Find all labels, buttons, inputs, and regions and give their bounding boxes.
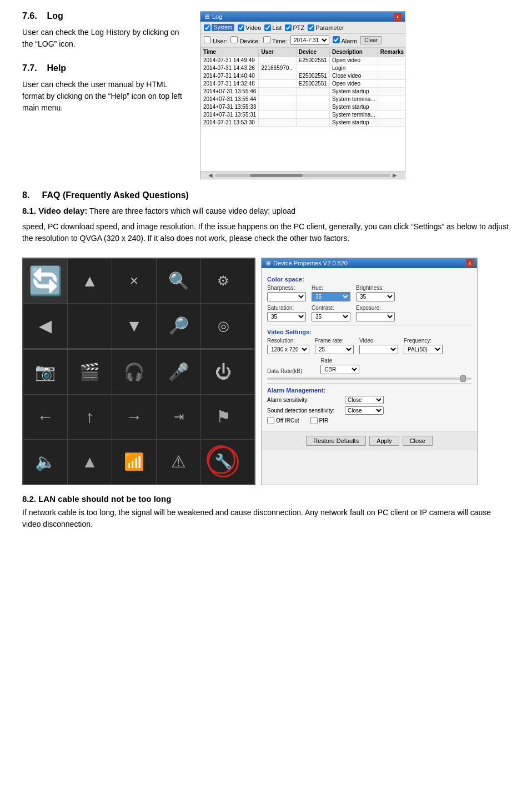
icon-search-plus[interactable]: 🔍 <box>157 259 201 303</box>
section-77-title: 7.7. Help <box>22 63 189 73</box>
framerate-select[interactable]: 25 <box>315 345 354 354</box>
icon-down-arrow[interactable]: ▼ <box>112 304 157 348</box>
restore-defaults-button[interactable]: Restore Defaults <box>306 436 366 446</box>
icon-up-arrow[interactable]: ▲ <box>68 259 112 303</box>
log-cb-ptz[interactable]: PTZ <box>285 24 304 31</box>
log-cb-system-input[interactable] <box>204 24 210 31</box>
apply-button[interactable]: Apply <box>369 436 399 446</box>
icon-camera[interactable]: 📷 <box>23 350 68 394</box>
log-cb-system[interactable]: System <box>204 24 234 31</box>
log-cb-alarm-input[interactable] <box>333 36 340 43</box>
icon-volume-down[interactable]: 🔈 <box>23 440 68 484</box>
slider-thumb <box>460 375 466 382</box>
alarm-sensitivity-label: Alarm sensitivity: <box>267 397 339 403</box>
dark-row-5: 🔈 ▲ 📶 ⚠ 🔧 <box>23 440 254 484</box>
divider-2 <box>267 383 471 384</box>
resolution-label: Resolution: <box>267 338 309 344</box>
log-cb-user[interactable]: User: <box>204 36 227 44</box>
icon-arrow-left[interactable]: ← <box>23 395 68 439</box>
video-select[interactable] <box>359 345 398 354</box>
log-date-select[interactable]: 2014-7:31 <box>290 36 329 45</box>
icon-x-mark[interactable]: ✕ <box>112 259 157 303</box>
contrast-select[interactable]: 35 <box>312 312 350 321</box>
off-ircut-label[interactable]: Off IRCut <box>267 417 299 424</box>
icon-enter-box[interactable]: ⇥ <box>157 395 201 439</box>
icon-triangle-up[interactable]: ▲ <box>68 440 112 484</box>
log-col-device: Device <box>296 48 329 57</box>
log-cb-time-input[interactable] <box>263 36 270 43</box>
datarate-row: Data Rate(kB): Rate CBR <box>267 358 471 374</box>
dark-row-3: 📷 🎬 🎧 🎤 ⏻ <box>23 350 254 395</box>
log-cb-video-input[interactable] <box>238 24 244 31</box>
icon-film[interactable]: 🎬 <box>68 350 112 394</box>
icon-arrow-right[interactable]: → <box>112 395 157 439</box>
log-ptz-label: PTZ <box>293 24 304 31</box>
off-ircut-checkbox[interactable] <box>267 417 274 424</box>
section-76-title: 7.6. Log <box>22 11 189 21</box>
icon-alert[interactable]: ⚠ <box>157 440 201 484</box>
log-cb-user-input[interactable] <box>204 36 211 43</box>
log-time-label: Time: <box>272 38 287 44</box>
icon-settings-wrench[interactable]: 🔧 <box>201 440 245 484</box>
hue-label: Hue: <box>312 285 350 291</box>
log-cb-alarm[interactable]: Alarm <box>333 36 357 44</box>
saturation-select[interactable]: 35 <box>267 312 306 321</box>
log-list-label: List <box>272 24 282 31</box>
log-col-remarks: Remarks <box>378 48 405 57</box>
log-cb-parameter-input[interactable] <box>308 24 314 31</box>
sharpness-select[interactable] <box>267 292 306 301</box>
log-cb-video[interactable]: Video <box>238 24 261 31</box>
icon-blank <box>68 304 112 348</box>
alarm-sensitivity-select[interactable]: Close <box>345 396 384 404</box>
video-section-label: Video Settings: <box>267 329 471 335</box>
icon-arrow-up[interactable]: ↑ <box>68 395 112 439</box>
sound-detection-select[interactable]: Close <box>345 406 384 415</box>
dark-ui-panel: 🔄 ▲ ✕ 🔍 ⚙ ◀ ▼ 🔎 ◎ 📷 🎬 🎧 🎤 <box>22 258 255 485</box>
ptz-control-icon[interactable]: 🔄 <box>23 259 68 303</box>
resolution-select[interactable]: 1280 x 720 <box>267 345 309 354</box>
brightness-select[interactable]: 35 <box>356 292 395 301</box>
icon-power[interactable]: ⏻ <box>201 350 245 394</box>
pir-checkbox[interactable] <box>310 417 318 424</box>
log-col-time: Time <box>201 48 259 57</box>
log-scrollbar-track[interactable] <box>215 174 390 177</box>
icon-filter[interactable]: ⚑ <box>201 395 245 439</box>
log-close-button[interactable]: x <box>394 13 401 21</box>
exposure-select[interactable] <box>356 312 395 321</box>
log-clear-button[interactable]: Clear <box>360 36 382 44</box>
icon-left-arrow-lg[interactable]: ◀ <box>23 304 68 348</box>
icon-search-minus[interactable]: 🔎 <box>157 304 201 348</box>
hue-select[interactable]: 35 <box>312 292 350 301</box>
log-table: Time User Device Description Remarks 201… <box>200 47 405 127</box>
saturation-row: Saturation: 35 Contrast: 35 Exposure: <box>267 305 471 321</box>
table-row: 2014+07-31 13:55:46System startup <box>201 88 405 95</box>
bitrate-slider[interactable] <box>267 378 471 380</box>
log-toolbar-row2: User: Device: Time: 2014-7:31 Alarm Cl <box>200 34 405 47</box>
section-82-title: 8.2. LAN cable should not be too long <box>22 494 510 504</box>
images-row: 🔄 ▲ ✕ 🔍 ⚙ ◀ ▼ 🔎 ◎ 📷 🎬 🎧 🎤 <box>22 258 510 485</box>
log-cb-device[interactable]: Device: <box>230 36 260 44</box>
close-button[interactable]: Close <box>403 436 433 446</box>
cbr-select[interactable]: CBR <box>320 365 359 374</box>
log-titlebar: 🖥 Log x <box>200 12 405 22</box>
icon-headphones[interactable]: 🎧 <box>112 350 157 394</box>
log-cb-list-input[interactable] <box>264 24 271 31</box>
log-cb-list[interactable]: List <box>264 24 282 31</box>
pir-label[interactable]: PIR <box>310 417 329 424</box>
slider-row[interactable] <box>267 378 471 380</box>
frequency-label: Frequency: <box>404 338 443 344</box>
log-cb-device-input[interactable] <box>230 36 238 43</box>
log-cb-parameter[interactable]: Parameter <box>308 24 344 31</box>
icon-settings-round-2[interactable]: ◎ <box>201 304 245 348</box>
section-76-desc: User can check the Log History by clicki… <box>22 27 189 50</box>
log-cb-ptz-input[interactable] <box>285 24 292 31</box>
section-81-body: speed, PC download speed, and image reso… <box>22 221 510 244</box>
icon-wifi[interactable]: 📶 <box>112 440 157 484</box>
log-scrollbar[interactable]: ◀ ▶ <box>200 171 405 179</box>
device-props-close-button[interactable]: x <box>466 259 474 267</box>
log-cb-time[interactable]: Time: <box>263 36 287 44</box>
frequency-select[interactable]: PAL(50) <box>404 345 443 354</box>
dark-row-2: ◀ ▼ 🔎 ◎ <box>23 304 254 349</box>
icon-settings-round[interactable]: ⚙ <box>201 259 245 303</box>
icon-microphone[interactable]: 🎤 <box>157 350 201 394</box>
